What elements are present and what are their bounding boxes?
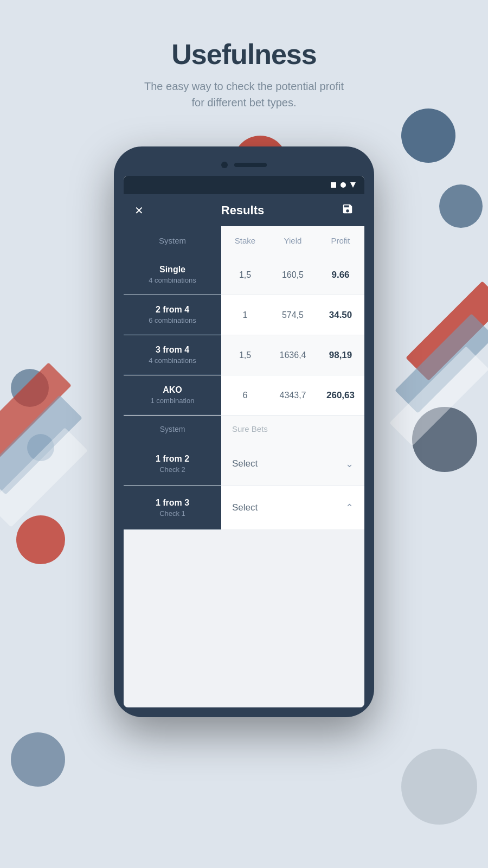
select-row-1from2: 1 from 2 Check 2 Select ⌄ (124, 442, 364, 486)
data-values-3from4: 1,5 1636,4 98,19 (221, 335, 364, 375)
chevron-up-icon: ⌃ (345, 502, 354, 514)
chevron-down-icon: ⌄ (345, 458, 354, 470)
status-signal-icon (331, 182, 336, 188)
close-button[interactable]: ✕ (134, 204, 144, 217)
status-triangle-icon (350, 182, 356, 188)
select-dropdown-1from3[interactable]: Select ⌃ (221, 486, 364, 529)
stake-column-header: Stake (221, 236, 269, 245)
table-header-row: System Stake Yield Profit (124, 226, 364, 255)
page-title: Usefulness (0, 38, 488, 71)
table-row: Single 4 combinations 1,5 160,5 9.66 (124, 255, 364, 295)
data-values-2from4: 1 574,5 34.50 (221, 295, 364, 335)
results-table: System Stake Yield Profit Single 4 combi… (124, 226, 364, 530)
system-column-header: System (124, 226, 221, 255)
table-row: AKO 1 combination 6 4343,7 260,63 (124, 375, 364, 416)
yield-column-header: Yield (269, 236, 317, 245)
system-cell-3from4: 3 from 4 4 combinations (124, 335, 221, 375)
data-values-single: 1,5 160,5 9.66 (221, 255, 364, 295)
system-cell-1from3: 1 from 3 Check 1 (124, 486, 221, 529)
system-cell-1from2: 1 from 2 Check 2 (124, 442, 221, 486)
system-cell-single: Single 4 combinations (124, 255, 221, 295)
phone-speaker (234, 163, 267, 167)
status-bar (124, 176, 364, 194)
select-row-1from3: 1 from 3 Check 1 Select ⌃ (124, 486, 364, 530)
app-header: ✕ Results (124, 194, 364, 226)
table-row: 2 from 4 6 combinations 1 574,5 34.50 (124, 295, 364, 335)
save-button[interactable] (342, 203, 354, 218)
section-divider-row: System Sure Bets (124, 416, 364, 442)
page-subtitle: The easy way to check the potential prof… (0, 78, 488, 111)
section-label-left: System (124, 416, 221, 442)
data-columns-header: Stake Yield Profit (221, 226, 364, 255)
system-cell-ako: AKO 1 combination (124, 375, 221, 415)
phone-notch (124, 156, 364, 176)
phone-mockup: ✕ Results System Stake (114, 146, 374, 717)
status-dot-icon (341, 182, 346, 188)
phone-camera (221, 162, 228, 168)
data-values-ako: 6 4343,7 260,63 (221, 375, 364, 415)
system-cell-2from4: 2 from 4 6 combinations (124, 295, 221, 335)
app-header-title: Results (221, 203, 264, 218)
select-dropdown-1from2[interactable]: Select ⌄ (221, 442, 364, 486)
phone-screen: ✕ Results System Stake (124, 176, 364, 707)
profit-column-header: Profit (317, 236, 364, 245)
section-label-right: Sure Bets (221, 416, 364, 442)
table-row: 3 from 4 4 combinations 1,5 1636,4 98,19 (124, 335, 364, 375)
